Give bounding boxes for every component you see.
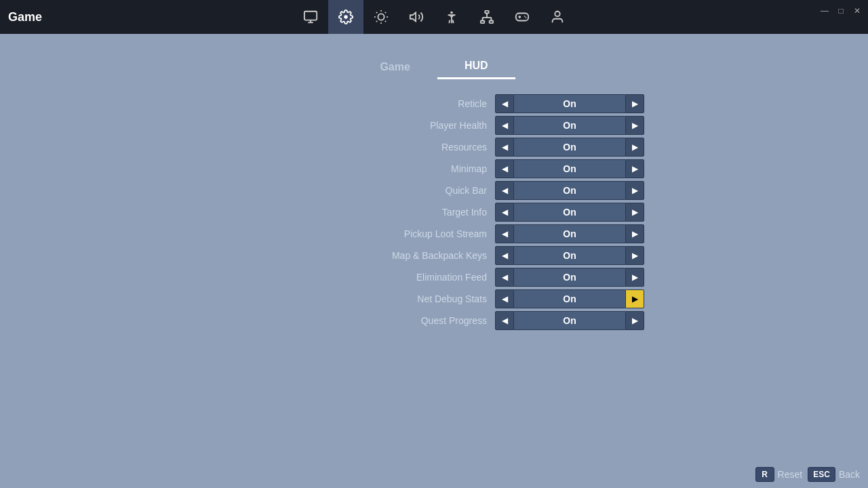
nav-settings-btn[interactable]	[328, 0, 363, 34]
value-display-map-backpack-keys: On	[514, 246, 625, 265]
setting-control-map-backpack-keys: ◀On▶	[495, 246, 644, 265]
setting-control-reticle: ◀On▶	[495, 94, 644, 113]
arrow-left-resources[interactable]: ◀	[495, 138, 514, 157]
value-display-minimap: On	[514, 159, 625, 178]
settings-container: Reticle◀On▶Player Health◀On▶Resources◀On…	[224, 93, 644, 331]
svg-rect-21	[516, 14, 528, 21]
arrow-left-pickup-loot-stream[interactable]: ◀	[495, 224, 514, 243]
value-display-resources: On	[514, 138, 625, 157]
nav-controller-btn[interactable]	[505, 0, 540, 34]
tab-hud[interactable]: HUD	[437, 54, 515, 79]
window-title: Game	[8, 10, 42, 24]
setting-label-player-health: Player Health	[351, 120, 487, 131]
value-display-net-debug-stats: On	[514, 289, 625, 308]
arrow-left-quest-progress[interactable]: ◀	[495, 311, 514, 330]
tab-game[interactable]: Game	[353, 54, 437, 79]
maximize-button[interactable]: □	[835, 5, 846, 16]
main-content: Game HUD Reticle◀On▶Player Health◀On▶Res…	[0, 34, 868, 331]
svg-point-3	[378, 14, 384, 20]
setting-row-quest-progress: Quest Progress◀On▶	[224, 310, 644, 331]
svg-rect-0	[304, 12, 317, 20]
arrow-left-quick-bar[interactable]: ◀	[495, 181, 514, 200]
setting-control-quest-progress: ◀On▶	[495, 311, 644, 330]
setting-label-pickup-loot-stream: Pickup Loot Stream	[351, 228, 487, 239]
arrow-right-pickup-loot-stream[interactable]: ▶	[625, 224, 644, 243]
value-display-quick-bar: On	[514, 181, 625, 200]
value-display-reticle: On	[514, 94, 625, 113]
nav-monitor-btn[interactable]	[293, 0, 328, 34]
arrow-left-elimination-feed[interactable]: ◀	[495, 268, 514, 287]
svg-rect-14	[485, 11, 489, 14]
setting-label-quick-bar: Quick Bar	[351, 185, 487, 196]
arrow-right-minimap[interactable]: ▶	[625, 159, 644, 178]
setting-row-elimination-feed: Elimination Feed◀On▶	[224, 266, 644, 288]
arrow-right-elimination-feed[interactable]: ▶	[625, 268, 644, 287]
nav-account-btn[interactable]	[540, 0, 575, 34]
arrow-right-target-info[interactable]: ▶	[625, 203, 644, 222]
setting-label-elimination-feed: Elimination Feed	[351, 272, 487, 283]
setting-label-minimap: Minimap	[351, 163, 487, 174]
nav-audio-btn[interactable]	[399, 0, 434, 34]
arrow-left-player-health[interactable]: ◀	[495, 116, 514, 135]
setting-control-target-info: ◀On▶	[495, 203, 644, 222]
arrow-left-target-info[interactable]: ◀	[495, 203, 514, 222]
setting-label-resources: Resources	[351, 142, 487, 152]
arrow-right-reticle[interactable]: ▶	[625, 94, 644, 113]
setting-row-resources: Resources◀On▶	[224, 136, 644, 158]
nav-accessibility-btn[interactable]	[434, 0, 469, 34]
svg-line-6	[376, 12, 377, 13]
setting-control-minimap: ◀On▶	[495, 159, 644, 178]
setting-label-reticle: Reticle	[351, 98, 487, 109]
reset-label: Reset	[778, 469, 803, 480]
back-button[interactable]: ESC Back	[808, 467, 860, 482]
setting-row-player-health: Player Health◀On▶	[224, 115, 644, 136]
setting-control-pickup-loot-stream: ◀On▶	[495, 224, 644, 243]
close-button[interactable]: ✕	[852, 5, 863, 16]
arrow-right-map-backpack-keys[interactable]: ▶	[625, 246, 644, 265]
svg-line-11	[385, 12, 386, 13]
setting-row-target-info: Target Info◀On▶	[224, 201, 644, 223]
setting-row-reticle: Reticle◀On▶	[224, 93, 644, 115]
value-display-player-health: On	[514, 116, 625, 135]
svg-line-10	[376, 21, 377, 22]
minimize-button[interactable]: —	[819, 5, 830, 16]
top-bar: Game	[0, 0, 868, 34]
setting-control-elimination-feed: ◀On▶	[495, 268, 644, 287]
setting-row-net-debug-stats: Net Debug Stats◀On▶	[224, 288, 644, 310]
value-display-quest-progress: On	[514, 311, 625, 330]
setting-label-map-backpack-keys: Map & Backpack Keys	[351, 250, 487, 261]
back-key: ESC	[808, 467, 835, 482]
nav-icons	[293, 0, 575, 34]
setting-control-resources: ◀On▶	[495, 138, 644, 157]
svg-marker-12	[410, 13, 416, 22]
svg-rect-15	[481, 21, 485, 24]
reset-button[interactable]: R Reset	[755, 467, 803, 482]
svg-rect-16	[490, 21, 494, 24]
setting-control-quick-bar: ◀On▶	[495, 181, 644, 200]
svg-point-26	[555, 12, 559, 16]
setting-row-map-backpack-keys: Map & Backpack Keys◀On▶	[224, 245, 644, 266]
arrow-right-player-health[interactable]: ▶	[625, 116, 644, 135]
value-display-target-info: On	[514, 203, 625, 222]
arrow-left-reticle[interactable]: ◀	[495, 94, 514, 113]
setting-row-quick-bar: Quick Bar◀On▶	[224, 180, 644, 201]
arrow-right-quest-progress[interactable]: ▶	[625, 311, 644, 330]
svg-point-25	[526, 17, 527, 18]
setting-control-net-debug-stats: ◀On▶	[495, 289, 644, 308]
setting-label-quest-progress: Quest Progress	[351, 315, 487, 326]
arrow-left-net-debug-stats[interactable]: ◀	[495, 289, 514, 308]
setting-label-target-info: Target Info	[351, 207, 487, 218]
arrow-left-map-backpack-keys[interactable]: ◀	[495, 246, 514, 265]
arrow-right-quick-bar[interactable]: ▶	[625, 181, 644, 200]
arrow-right-net-debug-stats[interactable]: ▶	[625, 289, 644, 308]
window-controls: — □ ✕	[819, 5, 863, 16]
svg-point-24	[524, 16, 526, 17]
nav-network-btn[interactable]	[469, 0, 505, 34]
arrow-right-resources[interactable]: ▶	[625, 138, 644, 157]
bottom-bar: R Reset ESC Back	[747, 461, 868, 488]
setting-control-player-health: ◀On▶	[495, 116, 644, 135]
svg-line-7	[385, 21, 386, 22]
arrow-left-minimap[interactable]: ◀	[495, 159, 514, 178]
nav-brightness-btn[interactable]	[363, 0, 399, 34]
back-label: Back	[839, 469, 860, 480]
